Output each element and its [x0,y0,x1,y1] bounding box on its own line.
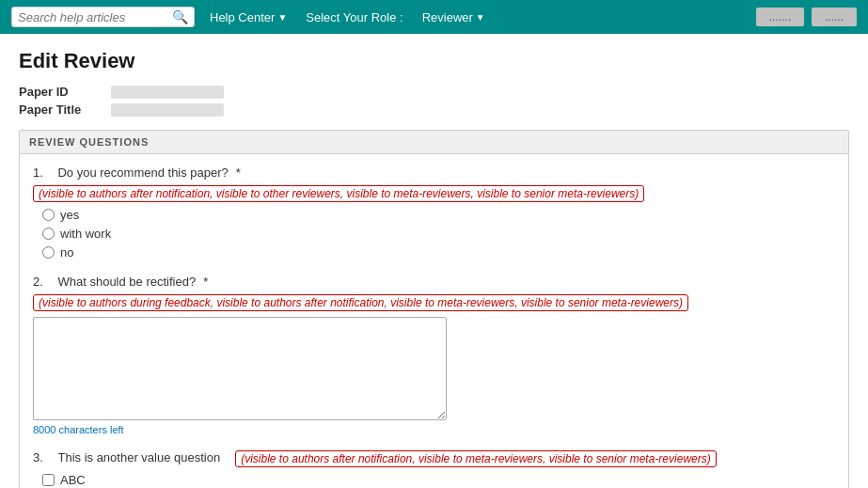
radio-no-label: no [60,245,73,260]
radio-yes-input[interactable] [42,209,55,221]
help-center-label: Help Center [210,10,275,24]
paper-title-row: Paper Title [19,102,849,117]
header-btn-2[interactable]: ...... [812,8,857,26]
search-input[interactable] [18,10,168,24]
reviewer-nav[interactable]: Reviewer ▼ [422,10,485,24]
reviewer-arrow-icon: ▼ [476,12,485,23]
paper-id-value [111,86,224,99]
question-2-block: 2. What should be rectified? * (visible … [33,275,835,435]
question-2-textarea[interactable] [33,317,447,420]
review-section-header: REVIEW QUESTIONS [20,131,848,154]
review-section: REVIEW QUESTIONS 1. Do you recommend thi… [19,130,849,488]
question-1-required: * [236,165,241,180]
header-btn-1[interactable]: ....... [756,8,804,26]
question-1-options: yes with work no [33,208,835,260]
question-3-visibility: (visible to authors after notification, … [235,450,717,467]
question-1-visibility: (visible to authors after notification, … [33,185,644,202]
question-1-block: 1. Do you recommend this paper? * (visib… [33,165,835,260]
radio-with-work-label: with work [60,227,111,241]
help-center-arrow-icon: ▼ [277,12,287,23]
help-center-nav[interactable]: Help Center ▼ [210,10,287,24]
header-nav: Help Center ▼ Select Your Role : Reviewe… [210,10,485,24]
checkbox-abc[interactable]: ABC [42,473,835,487]
checkbox-abc-input[interactable] [42,474,55,486]
question-2-visibility: (visible to authors during feedback, vis… [33,294,688,311]
radio-yes[interactable]: yes [42,208,835,222]
search-container: 🔍 [11,7,195,27]
page-title: Edit Review [19,49,849,73]
select-role-label: Select Your Role : [306,10,402,24]
radio-no[interactable]: no [42,245,835,260]
question-3-options: ABC DEF [33,473,835,488]
question-1-number: 1. [33,165,43,180]
reviewer-label: Reviewer [422,10,473,24]
main-content: Edit Review Paper ID Paper Title REVIEW … [0,34,868,488]
question-2-required: * [203,275,208,289]
paper-id-label: Paper ID [19,85,103,99]
question-3-block: 3. This is another value question (visib… [33,450,835,488]
header: 🔍 Help Center ▼ Select Your Role : Revie… [0,0,868,34]
radio-no-input[interactable] [42,246,55,259]
header-right: ....... ...... [756,8,857,26]
radio-with-work-input[interactable] [42,228,55,240]
question-3-number: 3. [33,450,43,464]
checkbox-abc-label: ABC [60,473,86,487]
radio-with-work[interactable]: with work [42,227,835,241]
question-2-label: 2. What should be rectified? * (visible … [33,275,835,311]
paper-id-row: Paper ID [19,85,849,99]
question-3-label: 3. This is another value question (visib… [33,450,835,467]
question-2-text: What should be rectified? [57,275,196,289]
question-1-label: 1. Do you recommend this paper? * (visib… [33,165,835,202]
question-3-text: This is another value question [57,450,220,464]
question-2-number: 2. [33,275,43,289]
question-1-text: Do you recommend this paper? [57,165,228,180]
search-icon[interactable]: 🔍 [172,9,188,24]
review-body: 1. Do you recommend this paper? * (visib… [20,154,848,488]
question-2-char-count: 8000 characters left [33,424,835,435]
radio-yes-label: yes [60,208,79,222]
paper-title-label: Paper Title [19,102,103,117]
paper-title-value [111,103,224,117]
